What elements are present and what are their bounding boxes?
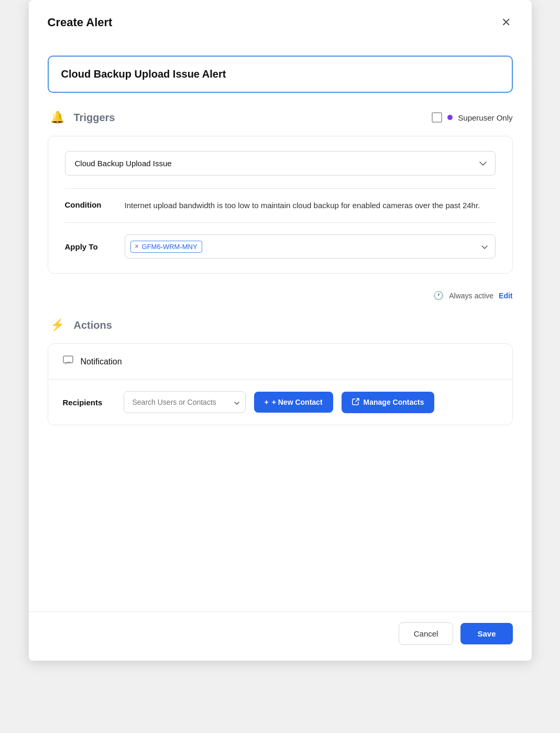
superuser-label: Superuser Only [458,113,512,122]
apply-to-select-wrap: × GFM6-WRM-MNY [125,234,496,258]
actions-header: ⚡ Actions [48,315,513,335]
lightning-icon: ⚡ [50,318,64,332]
edit-link[interactable]: Edit [499,292,512,300]
apply-to-tag[interactable]: × GFM6-WRM-MNY [130,241,202,253]
triggers-section-title: Triggers [74,112,115,124]
actions-title-group: ⚡ Actions [48,315,112,335]
cancel-button[interactable]: Cancel [399,622,454,645]
actions-section-title: Actions [74,319,112,331]
actions-icon: ⚡ [48,315,68,335]
triggers-icon: 🔔 [48,107,68,127]
manage-contacts-label: Manage Contacts [364,398,424,406]
manage-contacts-button[interactable]: Manage Contacts [342,392,435,413]
apply-to-chevron-icon [481,242,488,251]
new-contact-label: + New Contact [272,398,323,406]
svg-rect-0 [63,356,73,363]
apply-to-label: Apply To [65,242,112,251]
plus-icon: + [265,398,269,406]
recipients-row: Recipients + + New Contact [48,380,512,425]
alert-name-input[interactable] [48,56,513,93]
superuser-group: Superuser Only [432,112,512,123]
always-active-row: 🕐 Always active Edit [48,288,513,300]
notification-row: Notification [48,344,512,380]
modal-footer: Cancel Save [29,611,532,661]
trigger-dropdown-row: Cloud Backup Upload Issue [65,151,496,176]
notification-label: Notification [81,357,122,366]
superuser-dot [447,115,453,120]
condition-label: Condition [65,199,112,212]
search-contacts-wrap [124,391,246,413]
close-button[interactable]: ✕ [499,15,513,30]
triggers-card: Cloud Backup Upload Issue Condition Inte… [48,136,513,274]
search-contacts-input[interactable] [124,391,246,413]
bell-icon: 🔔 [50,111,64,124]
triggers-title-group: 🔔 Triggers [48,107,115,127]
apply-to-row: Apply To × GFM6-WRM-MNY [65,222,496,258]
clock-icon: 🕐 [433,290,444,300]
tag-close-icon[interactable]: × [135,243,139,250]
apply-to-input-area[interactable]: × GFM6-WRM-MNY [125,234,496,258]
triggers-section: 🔔 Triggers Superuser Only Cloud Backup U… [48,107,513,274]
modal-body: 🔔 Triggers Superuser Only Cloud Backup U… [29,41,532,611]
condition-row: Condition Internet upload bandwidth is t… [65,188,496,212]
tag-value: GFM6-WRM-MNY [142,243,197,251]
condition-text: Internet upload bandwidth is too low to … [125,199,480,212]
recipients-label: Recipients [63,398,115,407]
new-contact-button[interactable]: + + New Contact [254,392,333,413]
action-card: Notification Recipients + [48,343,513,425]
trigger-dropdown[interactable]: Cloud Backup Upload Issue [65,151,496,176]
trigger-dropdown-wrap: Cloud Backup Upload Issue [65,151,496,176]
actions-section: ⚡ Actions Notification [48,315,513,425]
notification-chat-icon [63,355,73,368]
create-alert-modal: Create Alert ✕ 🔔 Triggers Superuser Only [29,0,532,661]
triggers-header: 🔔 Triggers Superuser Only [48,107,513,127]
external-link-icon [352,398,359,407]
modal-title: Create Alert [48,16,113,29]
modal-header: Create Alert ✕ [29,0,532,41]
close-icon: ✕ [501,16,511,29]
save-button[interactable]: Save [460,623,512,644]
always-active-text: Always active [449,292,493,300]
superuser-checkbox[interactable] [432,112,442,123]
